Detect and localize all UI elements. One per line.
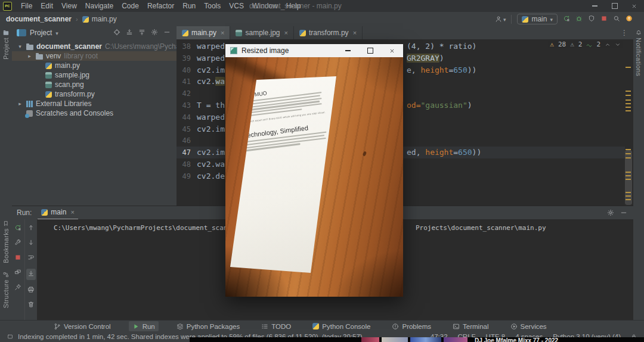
tree-item-venv[interactable]: ▸venvlibrary root bbox=[12, 51, 177, 61]
toolwindow-version-control[interactable]: Version Control bbox=[50, 321, 114, 331]
search-everywhere-button[interactable] bbox=[613, 15, 620, 24]
minimize-button[interactable] bbox=[585, 0, 605, 12]
breadcrumb-file[interactable]: main.py bbox=[92, 15, 117, 23]
menu-run[interactable]: Run bbox=[178, 0, 200, 12]
prev-occurrence-button[interactable] bbox=[27, 224, 35, 233]
stop-button[interactable] bbox=[14, 254, 21, 263]
run-tab-main[interactable]: main × bbox=[38, 206, 78, 220]
tree-item-document-scanner[interactable]: ▾document_scannerC:\Users\mwang\PycharmP… bbox=[12, 42, 177, 51]
tab-main-py[interactable]: main.py× bbox=[177, 26, 230, 39]
close-icon[interactable]: × bbox=[353, 29, 357, 36]
warning-stripe-mark[interactable] bbox=[626, 192, 631, 193]
toolwindow-services[interactable]: Services bbox=[507, 321, 550, 331]
ide-update-button[interactable] bbox=[626, 15, 633, 24]
chevron-down-icon[interactable]: ▾ bbox=[17, 43, 23, 49]
tab-sample-jpg[interactable]: sample.jpg× bbox=[230, 26, 293, 39]
tool-stripe-structure[interactable]: Structure bbox=[0, 272, 12, 308]
more-tabs-button[interactable]: ⋮ bbox=[616, 26, 633, 39]
tab-transform-py[interactable]: transform.py× bbox=[294, 26, 363, 39]
panel-settings-button[interactable] bbox=[151, 29, 158, 38]
gear-icon[interactable] bbox=[607, 209, 614, 216]
video-thumbnail-fragment bbox=[382, 337, 408, 342]
tree-item-main-py[interactable]: main.py bbox=[12, 61, 177, 70]
print-button[interactable] bbox=[27, 286, 35, 295]
stop-button[interactable] bbox=[600, 15, 608, 24]
toolwindow-terminal[interactable]: Terminal bbox=[449, 321, 492, 331]
background-tasks-icon[interactable] bbox=[7, 334, 13, 340]
line-number: 47 bbox=[177, 147, 191, 158]
expand-all-button[interactable] bbox=[126, 29, 133, 38]
tree-item-scan-png[interactable]: scan.png bbox=[12, 80, 177, 89]
tool-stripe-bookmarks[interactable]: Bookmarks bbox=[0, 220, 12, 263]
run-config-selector[interactable]: main bbox=[517, 14, 558, 24]
menu-code[interactable]: Code bbox=[117, 0, 143, 12]
warning-stripe-mark[interactable] bbox=[626, 67, 631, 68]
tool-stripe-project[interactable]: Project bbox=[0, 29, 12, 60]
debug-button[interactable] bbox=[575, 15, 583, 24]
toolwindow-python-packages[interactable]: Python Packages bbox=[173, 321, 244, 331]
user-button[interactable] bbox=[495, 15, 506, 23]
tree-item-scratches-and-consoles[interactable]: Scratches and Consoles bbox=[12, 108, 177, 118]
restore-layout-button[interactable] bbox=[14, 269, 21, 278]
menu-edit[interactable]: Edit bbox=[36, 0, 57, 12]
tree-item-external-libraries[interactable]: ▸External Libraries bbox=[12, 99, 177, 108]
warning-stripe-mark[interactable] bbox=[626, 149, 631, 150]
menu-file[interactable]: File bbox=[17, 0, 36, 12]
warning-stripe-mark[interactable] bbox=[626, 103, 631, 104]
soft-wrap-button[interactable] bbox=[27, 254, 35, 263]
breadcrumb-project[interactable]: document_scanner bbox=[6, 15, 72, 23]
select-opened-file-button[interactable] bbox=[113, 29, 120, 38]
warning-stripe-mark[interactable] bbox=[626, 199, 631, 200]
popup-title-bar[interactable]: Resized image bbox=[225, 44, 403, 57]
menu-view[interactable]: View bbox=[57, 0, 81, 12]
warning-stripe-mark[interactable] bbox=[626, 100, 631, 101]
close-icon[interactable]: × bbox=[284, 29, 288, 36]
warning-stripe-mark[interactable] bbox=[626, 107, 631, 108]
warning-stripe-mark[interactable] bbox=[626, 195, 631, 197]
tree-item-sample-jpg[interactable]: sample.jpg bbox=[12, 70, 177, 80]
close-icon[interactable]: × bbox=[70, 209, 74, 216]
toolwindow-run[interactable]: Run bbox=[129, 321, 159, 331]
warning-stripe-mark[interactable] bbox=[626, 153, 631, 154]
chevron-down-icon[interactable] bbox=[55, 29, 58, 37]
close-button[interactable] bbox=[624, 0, 644, 12]
popup-close-button[interactable] bbox=[381, 44, 403, 57]
coverage-button[interactable] bbox=[588, 15, 595, 24]
libraries-icon bbox=[26, 101, 33, 107]
popup-minimize-button[interactable] bbox=[337, 44, 359, 57]
warning-stripe-mark[interactable] bbox=[626, 172, 631, 173]
warning-stripe-mark[interactable] bbox=[626, 110, 631, 111]
project-panel-title[interactable]: Project bbox=[30, 29, 52, 37]
chevron-right-icon[interactable]: ▸ bbox=[26, 53, 33, 59]
hide-panel-button[interactable] bbox=[163, 29, 171, 38]
menu-refactor[interactable]: Refactor bbox=[143, 0, 178, 12]
title-bar: PC FileEditViewNavigateCodeRefactorRunTo… bbox=[0, 0, 644, 12]
tree-item-transform-py[interactable]: transform.py bbox=[12, 89, 177, 99]
popup-maximize-button[interactable] bbox=[359, 44, 381, 57]
warning-stripe-mark[interactable] bbox=[626, 95, 631, 96]
warning-stripe-mark[interactable] bbox=[626, 179, 631, 180]
menu-tools[interactable]: Tools bbox=[200, 0, 225, 12]
menu-navigate[interactable]: Navigate bbox=[81, 0, 117, 12]
project-stripe-icon bbox=[4, 31, 8, 35]
scroll-to-end-button[interactable] bbox=[26, 269, 36, 280]
toolwindow-python-console[interactable]: Python Console bbox=[309, 321, 374, 331]
chevron-right-icon[interactable]: ▸ bbox=[17, 101, 23, 107]
toolwindow-todo[interactable]: TODO bbox=[258, 321, 295, 331]
menu-vcs[interactable]: VCS bbox=[225, 0, 248, 12]
clear-console-button[interactable] bbox=[27, 301, 35, 310]
modify-run-config-button[interactable] bbox=[14, 239, 21, 248]
collapse-all-button[interactable] bbox=[138, 29, 145, 38]
rerun-button[interactable] bbox=[563, 15, 570, 24]
warning-stripe-mark[interactable] bbox=[626, 157, 631, 158]
pin-tab-button[interactable] bbox=[14, 284, 21, 293]
next-occurrence-button[interactable] bbox=[27, 239, 35, 248]
hide-icon[interactable] bbox=[620, 209, 627, 216]
warning-stripe-mark[interactable] bbox=[626, 175, 631, 176]
tool-stripe-notifications[interactable]: Notifications bbox=[633, 30, 644, 76]
warning-stripe-mark[interactable] bbox=[626, 91, 631, 92]
rerun-button[interactable] bbox=[14, 224, 21, 233]
maximize-button[interactable] bbox=[605, 0, 624, 12]
toolwindow-problems[interactable]: Problems bbox=[388, 321, 435, 331]
close-icon[interactable]: × bbox=[221, 29, 224, 36]
